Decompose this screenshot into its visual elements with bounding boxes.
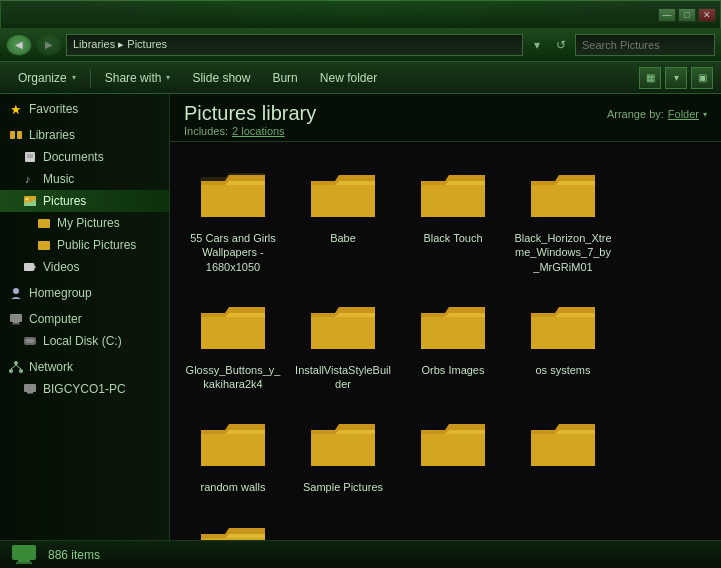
svg-point-20 — [19, 369, 23, 373]
sidebar-item-public-pictures[interactable]: Public Pictures — [0, 234, 169, 256]
breadcrumb-text: Libraries ▸ Pictures — [73, 38, 167, 51]
public-pictures-icon — [36, 237, 52, 253]
folder-icon-wrap — [413, 290, 493, 360]
refresh-button[interactable]: ↺ — [551, 35, 571, 55]
folder-item[interactable]: Black_Horizon_Xtreme_Windows_7_by_MrGRiM… — [508, 150, 618, 282]
folder-label: Babe — [330, 231, 356, 245]
title-bar: — □ ✕ — [0, 0, 721, 28]
sidebar-item-computer[interactable]: Computer — [0, 308, 169, 330]
svg-rect-24 — [27, 392, 33, 394]
share-label: Share with — [105, 71, 162, 85]
computer-icon — [8, 311, 24, 327]
slideshow-button[interactable]: Slide show — [182, 66, 260, 90]
folder-item[interactable]: os systems — [508, 282, 618, 400]
forward-button[interactable]: ▶ — [36, 34, 62, 56]
folder-grid: 55 Cars and Girls Wallpapers - 1680x1050… — [170, 142, 721, 540]
svg-rect-14 — [13, 322, 19, 324]
status-bar: 886 items — [0, 540, 721, 568]
library-header: Pictures library Includes: 2 locations A… — [170, 94, 721, 142]
folder-item[interactable]: InstallVistaStyleBuilder — [288, 282, 398, 400]
close-button[interactable]: ✕ — [698, 8, 716, 22]
sidebar-item-libraries[interactable]: Libraries — [0, 124, 169, 146]
folder-label: os systems — [535, 363, 590, 377]
my-pictures-icon — [36, 215, 52, 231]
svg-rect-25 — [12, 545, 36, 560]
favorites-label: Favorites — [29, 102, 78, 116]
folder-icon — [197, 295, 269, 355]
preview-pane-button[interactable]: ▣ — [691, 67, 713, 89]
slideshow-label: Slide show — [192, 71, 250, 85]
folder-icon-wrap — [193, 158, 273, 228]
videos-icon — [22, 259, 38, 275]
folder-icon — [417, 295, 489, 355]
folder-item[interactable]: Babe — [288, 150, 398, 282]
svg-rect-23 — [24, 384, 36, 392]
my-pictures-label: My Pictures — [57, 216, 120, 230]
folder-icon-wrap — [193, 511, 273, 540]
sidebar-item-pictures[interactable]: Pictures — [0, 190, 169, 212]
folder-label: random walls — [201, 480, 266, 494]
organize-button[interactable]: Organize ▾ — [8, 66, 86, 90]
folder-item[interactable]: Black Touch — [398, 150, 508, 282]
star-icon: ★ — [8, 101, 24, 117]
main-layout: ★ Favorites Libraries Documents ♪ — [0, 94, 721, 540]
music-icon: ♪ — [22, 171, 38, 187]
library-title: Pictures library — [184, 102, 316, 125]
sidebar-item-my-pictures[interactable]: My Pictures — [0, 212, 169, 234]
sidebar-item-videos[interactable]: Videos — [0, 256, 169, 278]
breadcrumb[interactable]: Libraries ▸ Pictures — [66, 34, 523, 56]
locations-link[interactable]: 2 locations — [232, 125, 285, 137]
folder-icon — [197, 516, 269, 540]
public-pictures-label: Public Pictures — [57, 238, 136, 252]
folder-item[interactable]: Orbs Images — [398, 282, 508, 400]
dropdown-button[interactable]: ▾ — [527, 35, 547, 55]
arrange-by-label: Arrange by: — [607, 108, 664, 120]
status-computer-icon — [10, 544, 38, 566]
homegroup-icon — [8, 285, 24, 301]
folder-item[interactable]: random walls — [178, 399, 288, 502]
search-input[interactable] — [575, 34, 715, 56]
maximize-button[interactable]: □ — [678, 8, 696, 22]
sidebar-item-network[interactable]: Network — [0, 356, 169, 378]
libraries-icon — [8, 127, 24, 143]
burn-button[interactable]: Burn — [262, 66, 307, 90]
network-label: Network — [29, 360, 73, 374]
documents-label: Documents — [43, 150, 104, 164]
view-dropdown-button[interactable]: ▾ — [665, 67, 687, 89]
videos-label: Videos — [43, 260, 79, 274]
folder-item[interactable] — [508, 399, 618, 502]
back-button[interactable]: ◀ — [6, 34, 32, 56]
sidebar-item-homegroup[interactable]: Homegroup — [0, 282, 169, 304]
sidebar-item-favorites[interactable]: ★ Favorites — [0, 98, 169, 120]
sidebar-item-local-disk[interactable]: Local Disk (C:) — [0, 330, 169, 352]
local-disk-icon — [22, 333, 38, 349]
folder-icon-wrap — [523, 407, 603, 477]
svg-point-7 — [26, 198, 29, 201]
view-options-button[interactable]: ▦ — [639, 67, 661, 89]
libraries-label: Libraries — [29, 128, 75, 142]
folder-item[interactable] — [178, 503, 288, 540]
folder-item[interactable]: 55 Cars and Girls Wallpapers - 1680x1050 — [178, 150, 288, 282]
svg-point-19 — [9, 369, 13, 373]
computer-section: Computer Local Disk (C:) — [0, 308, 169, 352]
computer-label: Computer — [29, 312, 82, 326]
folder-item[interactable] — [398, 399, 508, 502]
folder-icon-wrap — [523, 290, 603, 360]
content-area: Pictures library Includes: 2 locations A… — [170, 94, 721, 540]
sidebar-item-bigcyco[interactable]: BIGCYCO1-PC — [0, 378, 169, 400]
arrange-value[interactable]: Folder — [668, 108, 699, 120]
folder-icon-wrap — [303, 158, 383, 228]
folder-icon-wrap — [413, 407, 493, 477]
svg-rect-10 — [24, 263, 34, 271]
minimize-button[interactable]: — — [658, 8, 676, 22]
folder-item[interactable]: Sample Pictures — [288, 399, 398, 502]
sidebar-item-music[interactable]: ♪ Music — [0, 168, 169, 190]
sidebar-item-documents[interactable]: Documents — [0, 146, 169, 168]
share-button[interactable]: Share with ▾ — [95, 66, 181, 90]
folder-item[interactable]: Glossy_Buttons_y_kakihara2k4 — [178, 282, 288, 400]
svg-rect-0 — [10, 131, 15, 139]
new-folder-button[interactable]: New folder — [310, 66, 387, 90]
folder-label: Black Touch — [423, 231, 482, 245]
burn-label: Burn — [272, 71, 297, 85]
svg-line-21 — [11, 365, 16, 369]
